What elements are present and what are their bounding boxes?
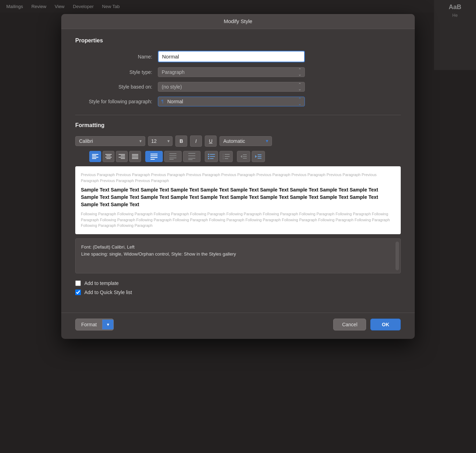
- svg-text:3.: 3.: [223, 158, 224, 160]
- align-left-icon: [92, 154, 98, 159]
- style-based-on-select[interactable]: (no style): [158, 82, 305, 92]
- preview-following-text: Following Paragraph Following Paragraph …: [81, 211, 395, 229]
- style-description-text: Font: (Default) Calibri, Left Line spaci…: [81, 244, 395, 258]
- italic-button[interactable]: I: [190, 135, 202, 147]
- svg-rect-19: [150, 159, 155, 160]
- svg-rect-13: [132, 155, 138, 156]
- section-divider: [75, 115, 401, 115]
- numbered-list-button[interactable]: 1. 2. 3.: [219, 151, 233, 162]
- svg-rect-6: [105, 157, 112, 158]
- add-to-template-row: Add to template: [75, 280, 401, 286]
- dialog-footer: Format ▼ Cancel OK: [61, 313, 415, 339]
- add-to-quick-style-label[interactable]: Add to Quick Style list: [84, 290, 132, 295]
- svg-rect-12: [132, 154, 138, 155]
- properties-section: Properties Name: Style type: Paragraph: [75, 37, 401, 106]
- svg-point-30: [208, 156, 209, 157]
- svg-rect-46: [258, 156, 261, 157]
- line-spacing-group: [145, 151, 201, 162]
- svg-rect-22: [169, 158, 176, 158]
- add-to-quick-style-row: Add to Quick Style list: [75, 290, 401, 295]
- svg-rect-39: [225, 158, 228, 159]
- svg-rect-26: [188, 158, 195, 159]
- color-dropdown-wrapper: Automatic ▼: [219, 136, 272, 146]
- ok-button[interactable]: OK: [370, 319, 401, 330]
- cancel-button[interactable]: Cancel: [333, 319, 366, 330]
- align-justify-icon: [132, 154, 138, 159]
- spacing-medium-button[interactable]: [164, 151, 182, 162]
- footer-right-buttons: Cancel OK: [333, 319, 401, 330]
- svg-rect-10: [119, 157, 125, 158]
- style-based-on-row: Style based on: (no style) ⌃⌄: [75, 82, 401, 92]
- align-right-icon: [119, 154, 125, 159]
- svg-rect-33: [210, 158, 214, 159]
- svg-rect-21: [169, 155, 176, 156]
- spacing-double-button[interactable]: [183, 151, 201, 162]
- align-center-icon: [105, 154, 112, 159]
- bullet-list-button[interactable]: [205, 151, 218, 162]
- dialog-title: Modify Style: [224, 18, 252, 24]
- name-input[interactable]: [158, 51, 305, 62]
- font-select[interactable]: Calibri: [75, 136, 145, 146]
- style-type-row: Style type: Paragraph ⌃⌄: [75, 67, 401, 77]
- svg-rect-14: [132, 157, 138, 158]
- svg-rect-23: [169, 159, 174, 160]
- style-type-select[interactable]: Paragraph: [158, 67, 305, 77]
- svg-rect-2: [92, 157, 98, 158]
- style-following-dropdown-wrapper: ¶ Normal ⌃⌄: [158, 97, 305, 106]
- name-row: Name:: [75, 51, 401, 62]
- svg-rect-43: [243, 158, 247, 159]
- dialog-overlay: Modify Style Properties Name: Style type…: [0, 0, 476, 453]
- decrease-indent-button[interactable]: [237, 151, 250, 162]
- align-left-button[interactable]: [89, 151, 101, 162]
- properties-heading: Properties: [75, 37, 401, 44]
- format-button-group: Format ▼: [75, 319, 114, 330]
- indent-group: [237, 151, 265, 162]
- spacing-single-button[interactable]: [145, 151, 163, 162]
- increase-indent-button[interactable]: [252, 151, 265, 162]
- formatting-heading: Formatting: [75, 122, 401, 128]
- style-based-on-label: Style based on:: [75, 84, 152, 90]
- style-following-label: Style for following paragraph:: [75, 99, 152, 104]
- align-center-button[interactable]: [103, 151, 114, 162]
- style-based-on-dropdown-wrapper: (no style) ⌃⌄: [158, 82, 305, 92]
- svg-rect-9: [121, 155, 125, 156]
- align-justify-button[interactable]: [129, 151, 141, 162]
- svg-rect-8: [119, 154, 125, 155]
- svg-rect-24: [188, 153, 195, 154]
- svg-marker-44: [255, 155, 257, 158]
- bullet-list-icon: [208, 153, 215, 160]
- svg-rect-45: [258, 154, 261, 155]
- format-dropdown-arrow-icon[interactable]: ▼: [102, 320, 113, 329]
- preview-area: Previous Paragraph Previous Paragraph Pr…: [75, 166, 401, 234]
- svg-rect-0: [92, 154, 98, 155]
- list-group: 1. 2. 3.: [205, 151, 233, 162]
- format-button-label: Format: [76, 319, 102, 330]
- bold-button[interactable]: B: [175, 135, 187, 147]
- svg-rect-20: [169, 153, 176, 154]
- add-to-template-label[interactable]: Add to template: [84, 280, 119, 286]
- increase-indent-icon: [255, 153, 262, 160]
- underline-button[interactable]: U: [205, 135, 217, 147]
- style-type-dropdown-wrapper: Paragraph ⌃⌄: [158, 67, 305, 77]
- svg-rect-18: [150, 157, 158, 158]
- add-to-template-checkbox[interactable]: [75, 280, 81, 286]
- format-dropdown-button[interactable]: Format ▼: [75, 319, 114, 330]
- spacing-double-icon: [188, 153, 196, 160]
- svg-rect-5: [106, 155, 111, 156]
- svg-rect-17: [150, 155, 158, 156]
- svg-rect-35: [225, 154, 230, 155]
- align-right-button[interactable]: [116, 151, 128, 162]
- size-dropdown-wrapper: 12 ▼: [148, 136, 173, 146]
- font-controls-row: Calibri ▼ 12 ▼ B I U: [75, 135, 401, 147]
- alignment-row: 1. 2. 3.: [75, 151, 401, 162]
- size-select[interactable]: 12: [148, 136, 173, 146]
- dialog-titlebar: Modify Style: [61, 14, 415, 29]
- style-description-scrollbar[interactable]: [396, 242, 399, 270]
- svg-rect-31: [210, 156, 215, 157]
- preview-sample-text: Sample Text Sample Text Sample Text Samp…: [81, 186, 395, 208]
- svg-rect-27: [188, 159, 192, 160]
- style-following-select[interactable]: Normal: [158, 97, 305, 106]
- add-to-quick-style-checkbox[interactable]: [75, 290, 81, 295]
- color-select[interactable]: Automatic: [219, 136, 272, 146]
- svg-rect-4: [105, 154, 112, 155]
